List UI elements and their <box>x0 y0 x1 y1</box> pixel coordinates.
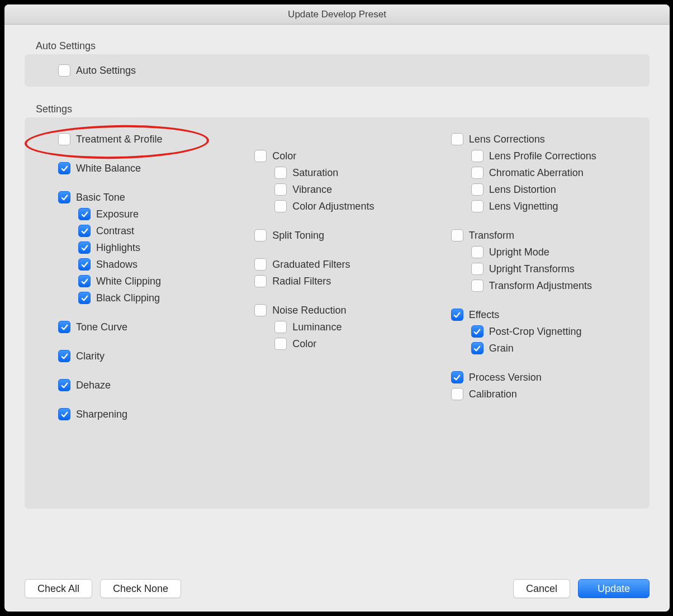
setting-label-process-version: Process Version <box>469 372 542 383</box>
setting-row-chromatic-aberration: Chromatic Aberration <box>451 164 636 181</box>
auto-settings-checkbox[interactable] <box>58 64 70 77</box>
spacer <box>58 306 243 319</box>
setting-checkbox-noise-reduction[interactable] <box>254 304 267 316</box>
setting-row-lens-profile-corrections: Lens Profile Corrections <box>451 148 636 164</box>
setting-checkbox-luminance[interactable] <box>274 321 287 333</box>
setting-row-split-toning: Split Toning <box>254 227 439 244</box>
setting-checkbox-color-adjustments[interactable] <box>274 200 287 212</box>
setting-row-saturation: Saturation <box>254 164 439 181</box>
check-none-button[interactable]: Check None <box>100 579 181 598</box>
setting-checkbox-dehaze[interactable] <box>58 379 70 391</box>
setting-checkbox-post-crop-vignetting[interactable] <box>471 325 484 338</box>
setting-checkbox-upright-mode[interactable] <box>471 246 484 258</box>
setting-checkbox-effects[interactable] <box>451 309 463 321</box>
setting-checkbox-vibrance[interactable] <box>274 183 287 196</box>
setting-checkbox-split-toning[interactable] <box>254 229 267 241</box>
setting-row-upright-mode: Upright Mode <box>451 244 636 260</box>
setting-checkbox-exposure[interactable] <box>78 208 91 220</box>
setting-label-luminance: Luminance <box>292 321 342 333</box>
setting-row-grain: Grain <box>451 340 636 357</box>
setting-label-sharpening: Sharpening <box>76 409 127 420</box>
setting-row-post-crop-vignetting: Post-Crop Vignetting <box>451 323 636 340</box>
setting-row-black-clipping: Black Clipping <box>58 290 243 306</box>
setting-row-exposure: Exposure <box>58 206 243 222</box>
settings-section-label: Settings <box>36 103 650 115</box>
setting-checkbox-sharpening[interactable] <box>58 408 70 420</box>
dialog-body: Auto Settings Auto Settings Settings Tre… <box>4 25 670 612</box>
spacer <box>451 357 636 369</box>
setting-row-shadows: Shadows <box>58 256 243 273</box>
setting-checkbox-graduated-filters[interactable] <box>254 258 267 271</box>
setting-checkbox-shadows[interactable] <box>78 258 91 271</box>
setting-checkbox-tone-curve[interactable] <box>58 321 70 333</box>
setting-checkbox-lens-vignetting[interactable] <box>471 200 484 212</box>
spacer <box>451 215 636 227</box>
setting-checkbox-treatment-profile[interactable] <box>58 133 70 145</box>
setting-row-contrast: Contrast <box>58 222 243 239</box>
setting-checkbox-white-balance[interactable] <box>58 162 70 174</box>
setting-row-upright-transforms: Upright Transforms <box>451 260 636 277</box>
setting-checkbox-contrast[interactable] <box>78 225 91 237</box>
setting-label-highlights: Highlights <box>96 242 140 254</box>
setting-label-black-clipping: Black Clipping <box>96 292 160 304</box>
setting-checkbox-saturation[interactable] <box>274 167 287 179</box>
settings-panel: Treatment & ProfileWhite BalanceBasic To… <box>25 117 650 509</box>
spacer <box>58 394 243 406</box>
spacer <box>58 335 243 348</box>
setting-checkbox-white-clipping[interactable] <box>78 275 91 287</box>
setting-label-graduated-filters: Graduated Filters <box>272 259 350 271</box>
setting-checkbox-basic-tone[interactable] <box>58 191 70 203</box>
setting-label-effects: Effects <box>469 309 500 321</box>
setting-label-upright-mode: Upright Mode <box>489 247 549 258</box>
setting-row-basic-tone: Basic Tone <box>58 189 243 206</box>
setting-checkbox-radial-filters[interactable] <box>254 275 267 287</box>
setting-row-graduated-filters: Graduated Filters <box>254 256 439 273</box>
check-none-label: Check None <box>113 583 168 595</box>
setting-label-chromatic-aberration: Chromatic Aberration <box>489 167 584 179</box>
setting-row-treatment-profile: Treatment & Profile <box>58 131 243 148</box>
setting-checkbox-calibration[interactable] <box>451 388 463 400</box>
title-bar: Update Develop Preset <box>4 4 670 25</box>
setting-label-white-balance: White Balance <box>76 163 141 174</box>
setting-checkbox-lens-profile-corrections[interactable] <box>471 150 484 162</box>
setting-label-lens-vignetting: Lens Vignetting <box>489 201 558 212</box>
setting-checkbox-grain[interactable] <box>471 342 484 354</box>
setting-checkbox-upright-transforms[interactable] <box>471 263 484 275</box>
setting-checkbox-clarity[interactable] <box>58 350 70 362</box>
cancel-button[interactable]: Cancel <box>513 579 570 598</box>
dialog-footer: Check All Check None Cancel Update <box>25 579 650 598</box>
setting-label-basic-tone: Basic Tone <box>76 192 125 203</box>
setting-checkbox-highlights[interactable] <box>78 241 91 254</box>
setting-row-lens-distortion: Lens Distortion <box>451 181 636 198</box>
setting-label-grain: Grain <box>489 343 514 354</box>
setting-checkbox-color[interactable] <box>254 150 267 162</box>
setting-checkbox-transform[interactable] <box>451 229 463 241</box>
setting-checkbox-chromatic-aberration[interactable] <box>471 167 484 179</box>
spacer <box>254 215 439 227</box>
setting-label-transform-adjustments: Transform Adjustments <box>489 280 592 292</box>
settings-col-1: Treatment & ProfileWhite BalanceBasic To… <box>38 131 243 423</box>
setting-label-upright-transforms: Upright Transforms <box>489 263 575 275</box>
setting-row-transform-adjustments: Transform Adjustments <box>451 277 636 294</box>
spacer <box>58 177 243 189</box>
setting-label-clarity: Clarity <box>76 350 105 362</box>
setting-checkbox-color[interactable] <box>274 338 287 350</box>
setting-checkbox-black-clipping[interactable] <box>78 292 91 304</box>
settings-col-2: ColorSaturationVibranceColor Adjustments… <box>243 131 439 423</box>
setting-checkbox-lens-corrections[interactable] <box>451 133 463 145</box>
check-all-button[interactable]: Check All <box>25 579 92 598</box>
update-button[interactable]: Update <box>578 579 650 598</box>
setting-row-color: Color <box>254 335 439 352</box>
setting-label-saturation: Saturation <box>292 167 338 179</box>
setting-label-tone-curve: Tone Curve <box>76 321 127 333</box>
setting-checkbox-transform-adjustments[interactable] <box>471 279 484 292</box>
setting-row-sharpening: Sharpening <box>58 406 243 423</box>
setting-row-color: Color <box>254 148 439 164</box>
setting-label-color: Color <box>272 150 296 162</box>
setting-label-white-clipping: White Clipping <box>96 276 161 287</box>
setting-label-post-crop-vignetting: Post-Crop Vignetting <box>489 326 582 338</box>
setting-checkbox-process-version[interactable] <box>451 371 463 383</box>
setting-checkbox-lens-distortion[interactable] <box>471 183 484 196</box>
auto-settings-row: Auto Settings <box>58 62 636 79</box>
setting-row-radial-filters: Radial Filters <box>254 273 439 290</box>
